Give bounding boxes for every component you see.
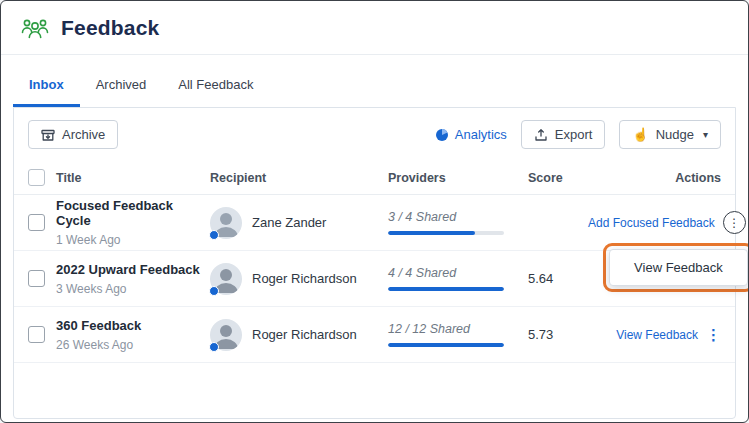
ellipsis-vertical-icon: ⋮ (728, 217, 740, 229)
tab-inbox[interactable]: Inbox (13, 66, 80, 107)
page-title: Feedback (61, 16, 159, 40)
providers-cell: 12 / 12 Shared (388, 322, 528, 347)
title-cell: 2022 Upward Feedback 3 Weeks Ago (56, 262, 210, 296)
feedback-list-card: Archive Analytics (13, 107, 736, 419)
recipient-name: Roger Richardson (252, 327, 357, 342)
highlight-annotation: View Feedback (603, 243, 749, 292)
archive-icon (41, 128, 55, 142)
add-focused-feedback-link[interactable]: Add Focused Feedback (588, 216, 715, 230)
toolbar-right-group: Analytics Export ☝ Nudge ▾ (435, 120, 721, 149)
column-score: Score (528, 171, 588, 185)
providers-count: 12 / 12 Shared (388, 322, 528, 336)
progress-track (388, 231, 504, 235)
column-title: Title (56, 171, 210, 185)
recipient-cell: Roger Richardson (210, 319, 388, 351)
recipient-cell: Zane Zander (210, 207, 388, 239)
providers-count: 4 / 4 Shared (388, 266, 528, 280)
column-providers: Providers (388, 171, 528, 185)
export-button[interactable]: Export (521, 120, 606, 149)
table-row: 360 Feedback 26 Weeks Ago Roger Richards… (14, 307, 735, 363)
table-row: Focused Feedback Cycle 1 Week Ago Zane Z… (14, 195, 735, 251)
progress-track (388, 287, 504, 291)
recipient-name: Zane Zander (252, 215, 326, 230)
export-icon (534, 128, 548, 142)
list-toolbar: Archive Analytics (14, 108, 735, 161)
feedback-people-icon (20, 16, 50, 40)
app-header: Feedback (1, 1, 748, 55)
tab-bar: Inbox Archived All Feedback (13, 55, 736, 107)
select-all-checkbox[interactable] (28, 169, 45, 186)
status-dot (209, 286, 219, 296)
score-value: 5.73 (528, 327, 588, 342)
feedback-title: 360 Feedback (56, 318, 210, 333)
avatar (210, 207, 242, 239)
row-menu-button[interactable]: ⋮ (723, 211, 746, 234)
actions-cell: View Feedback ⋮ (588, 327, 721, 342)
progress-fill (388, 343, 504, 347)
title-cell: Focused Feedback Cycle 1 Week Ago (56, 198, 210, 247)
row-checkbox[interactable] (28, 270, 45, 287)
analytics-link[interactable]: Analytics (435, 127, 507, 142)
analytics-label: Analytics (455, 127, 507, 142)
avatar (210, 263, 242, 295)
feedback-age: 3 Weeks Ago (56, 282, 210, 296)
menu-item-view-feedback[interactable]: View Feedback (609, 249, 748, 286)
nudge-hand-icon: ☝ (632, 128, 648, 141)
column-actions: Actions (675, 171, 721, 185)
progress-fill (388, 231, 475, 235)
view-feedback-link[interactable]: View Feedback (616, 328, 698, 342)
status-dot (209, 342, 219, 352)
context-menu-popup: View Feedback (603, 243, 749, 292)
recipient-cell: Roger Richardson (210, 263, 388, 295)
nudge-button-label: Nudge (656, 127, 694, 142)
avatar (210, 319, 242, 351)
providers-cell: 3 / 4 Shared (388, 210, 528, 235)
pie-chart-icon (435, 128, 449, 142)
providers-cell: 4 / 4 Shared (388, 266, 528, 291)
feedback-age: 26 Weeks Ago (56, 338, 210, 352)
feedback-age: 1 Week Ago (56, 233, 210, 247)
nudge-button[interactable]: ☝ Nudge ▾ (619, 120, 721, 149)
feedback-title: Focused Feedback Cycle (56, 198, 210, 228)
chevron-down-icon: ▾ (703, 129, 708, 140)
column-recipient: Recipient (210, 171, 388, 185)
ellipsis-vertical-icon: ⋮ (706, 326, 721, 343)
status-dot (209, 230, 219, 240)
actions-cell: Add Focused Feedback ⋮ View Feedback (588, 211, 746, 234)
progress-fill (388, 287, 504, 291)
export-button-label: Export (555, 127, 593, 142)
archive-button-label: Archive (62, 127, 105, 142)
feedback-title: 2022 Upward Feedback (56, 262, 210, 277)
feedback-page: Feedback Inbox Archived All Feedback Arc… (0, 0, 749, 423)
score-value: 5.64 (528, 271, 588, 286)
row-checkbox[interactable] (28, 214, 45, 231)
row-menu-button[interactable]: ⋮ (706, 327, 721, 342)
tab-all-feedback[interactable]: All Feedback (162, 66, 269, 107)
recipient-name: Roger Richardson (252, 271, 357, 286)
table-header-row: Title Recipient Providers Score Actions (14, 161, 735, 195)
title-cell: 360 Feedback 26 Weeks Ago (56, 318, 210, 352)
row-checkbox[interactable] (28, 326, 45, 343)
archive-button[interactable]: Archive (28, 120, 118, 149)
tab-archived[interactable]: Archived (80, 66, 163, 107)
progress-track (388, 343, 504, 347)
providers-count: 3 / 4 Shared (388, 210, 528, 224)
